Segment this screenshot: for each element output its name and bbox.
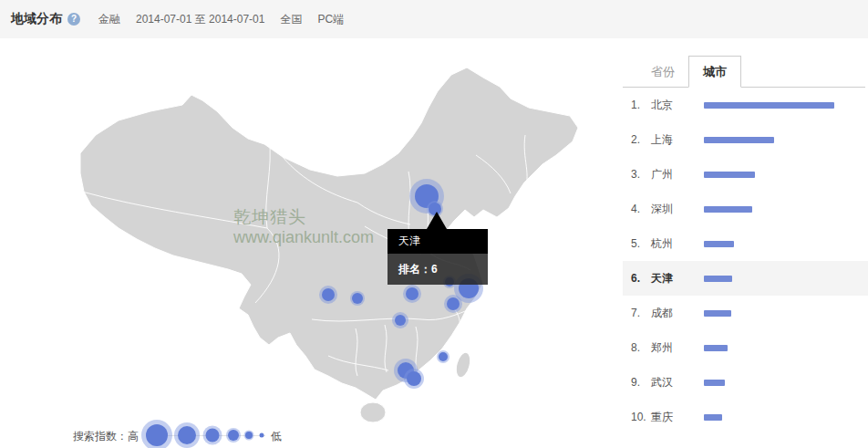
rank-number: 9. xyxy=(631,376,651,389)
city-name: 重庆 xyxy=(651,410,704,425)
map-bubble[interactable] xyxy=(447,297,460,310)
legend-circle xyxy=(206,429,220,443)
map-bubble[interactable] xyxy=(407,371,421,386)
tab-province[interactable]: 省份 xyxy=(637,57,688,87)
rank-number: 3. xyxy=(631,168,651,181)
page-header: 地域分布 ? 金融 2014-07-01 至 2014-07-01 全国 PC端 xyxy=(0,0,868,38)
tab-city[interactable]: 城市 xyxy=(688,56,741,88)
rank-bar xyxy=(704,414,722,421)
platform-label: PC端 xyxy=(317,12,344,27)
ranking-row[interactable]: 5. 杭州 xyxy=(623,226,868,261)
legend-circle xyxy=(178,426,196,444)
legend-label-low: 低 xyxy=(271,429,282,444)
map-bubble[interactable] xyxy=(352,293,363,304)
ranking-row[interactable]: 10. 重庆 xyxy=(623,400,868,434)
rank-number: 6. xyxy=(631,272,651,285)
legend-circle xyxy=(228,430,239,441)
ranking-row[interactable]: 3. 广州 xyxy=(623,157,868,192)
city-tooltip: 天津 排名：6 xyxy=(388,229,488,285)
region-distribution-page: 地域分布 ? 金融 2014-07-01 至 2014-07-01 全国 PC端 xyxy=(0,0,868,448)
map-bubble[interactable] xyxy=(395,315,406,326)
tooltip-city: 天津 xyxy=(388,229,488,254)
legend-circle xyxy=(260,433,264,438)
city-name: 郑州 xyxy=(651,340,704,356)
map-bubble[interactable] xyxy=(406,287,418,300)
rank-number: 4. xyxy=(631,203,651,215)
ranking-row[interactable]: 2. 上海 xyxy=(623,122,868,157)
rank-number: 10. xyxy=(631,411,651,423)
city-name: 北京 xyxy=(651,98,704,113)
rank-bar xyxy=(704,310,731,317)
legend-label-high: 搜索指数：高 xyxy=(73,429,139,444)
ranking-list: 1. 北京 2. 上海 3. 广州 4. 深圳 5. 杭州 6. 天津 7. 成… xyxy=(623,88,868,434)
rank-number: 8. xyxy=(631,341,651,354)
rank-bar xyxy=(704,172,755,178)
rank-number: 1. xyxy=(631,99,651,111)
rank-bar xyxy=(704,380,725,386)
city-name: 深圳 xyxy=(651,202,704,217)
ranking-row[interactable]: 6. 天津 xyxy=(623,261,868,296)
ranking-row[interactable]: 8. 郑州 xyxy=(623,330,868,365)
rank-number: 2. xyxy=(631,133,651,146)
rank-bar xyxy=(704,345,728,351)
ranking-row[interactable]: 1. 北京 xyxy=(623,88,868,122)
legend-circle xyxy=(146,424,168,446)
tooltip-arrow-icon xyxy=(427,212,447,229)
date-range-label: 2014-07-01 至 2014-07-01 xyxy=(136,12,264,27)
legend-circle xyxy=(245,432,253,439)
rank-number: 7. xyxy=(631,307,651,319)
rank-bar xyxy=(704,276,732,282)
city-name: 上海 xyxy=(651,132,704,148)
city-name: 杭州 xyxy=(651,236,704,252)
city-name: 成都 xyxy=(651,306,704,321)
ranking-row[interactable]: 4. 深圳 xyxy=(623,192,868,226)
rank-bar xyxy=(704,241,734,247)
page-title: 地域分布 xyxy=(11,11,62,27)
ranking-row[interactable]: 7. 成都 xyxy=(623,296,868,330)
tooltip-rank: 排名：6 xyxy=(388,254,488,285)
rank-bar xyxy=(704,137,774,143)
help-icon[interactable]: ? xyxy=(67,13,80,26)
keyword-label: 金融 xyxy=(98,12,120,27)
city-name: 广州 xyxy=(651,167,704,182)
rank-number: 5. xyxy=(631,237,651,250)
city-name: 天津 xyxy=(651,271,704,287)
rank-bar xyxy=(704,206,752,213)
rank-bar xyxy=(704,102,834,109)
map-bubble[interactable] xyxy=(322,288,335,301)
tab-bar: 省份 城市 xyxy=(623,57,865,88)
ranking-row[interactable]: 9. 武汉 xyxy=(623,365,868,400)
map-bubble[interactable] xyxy=(439,352,448,361)
city-name: 武汉 xyxy=(651,375,704,391)
region-label: 全国 xyxy=(280,12,302,27)
ranking-panel: 省份 城市 1. 北京 2. 上海 3. 广州 4. 深圳 5. 杭州 6. 天… xyxy=(623,38,868,448)
